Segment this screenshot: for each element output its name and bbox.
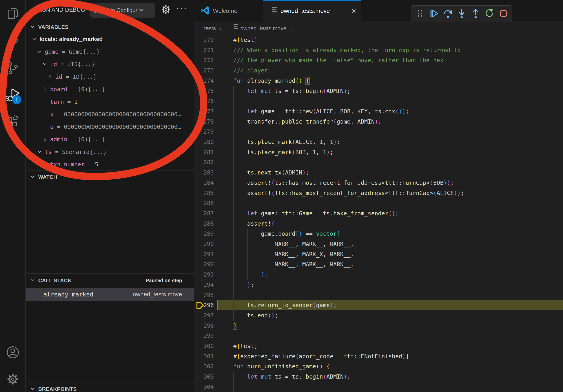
line-number[interactable]: 286 [194, 198, 217, 208]
call-stack-section-header[interactable]: CALL STACK Paused on step [26, 275, 194, 286]
variable-row-x[interactable]: x = 000000000000000000000000000000000000… [26, 108, 194, 121]
variable-row-id[interactable]: id = ID{...} [26, 70, 194, 83]
activity-bar-item-search[interactable] [0, 30, 26, 52]
code-line-286[interactable]: 286 [194, 198, 563, 208]
variable-row-board[interactable]: board = (9)[...] [26, 83, 194, 95]
code-line-297[interactable]: 297 ts.end(); [194, 310, 563, 321]
code-line-294[interactable]: 294 ); [194, 280, 563, 290]
restart-button[interactable] [484, 9, 495, 19]
line-number[interactable]: 294 [194, 280, 217, 290]
code-line-295[interactable]: 295 [194, 290, 563, 300]
code-line-277[interactable]: 277 let game = ttt::new(ALICE, BOB, KEY,… [194, 106, 563, 117]
call-stack-frame[interactable]: already_marked owned_tests.move [26, 288, 194, 301]
code-line-272[interactable]: 272/// the player who made the "false" m… [194, 55, 563, 65]
line-number[interactable]: 289 [194, 229, 217, 239]
code-line-278[interactable]: 278 transfer::public_transfer(game, ADMI… [194, 117, 563, 127]
code-line-304[interactable]: 304 [194, 382, 563, 392]
variable-row-ts[interactable]: ts = Scenario{...} [26, 146, 194, 158]
step-over-button[interactable] [442, 9, 453, 19]
step-into-button[interactable] [456, 9, 467, 19]
line-number[interactable]: 285 [194, 188, 217, 198]
activity-bar-item-source-control[interactable] [0, 57, 26, 79]
breadcrumb-item-symbol[interactable]: … [295, 25, 301, 32]
start-debug-icon[interactable] [93, 6, 101, 15]
chevron-down-icon[interactable] [42, 58, 47, 70]
line-number[interactable]: 295 [194, 290, 217, 300]
variable-row-scope[interactable]: locals: already_marked [26, 33, 194, 45]
code-line-273[interactable]: 273/// player. [194, 65, 563, 76]
breakpoints-section-header[interactable]: BREAKPOINTS [26, 383, 194, 392]
chevron-down-icon[interactable] [37, 146, 42, 158]
variable-row-admin[interactable]: admin = (0)[...] [26, 133, 194, 146]
code-line-299[interactable]: 299 [194, 331, 563, 341]
chevron-down-icon[interactable] [32, 33, 37, 45]
line-number[interactable]: 290 [194, 239, 217, 249]
code-line-302[interactable]: 302fun burn_unfinished_game() { [194, 361, 563, 371]
code-line-284[interactable]: 284 assert!(ts::has_most_recent_for_addr… [194, 178, 563, 188]
line-number[interactable]: 287 [194, 208, 217, 219]
line-number[interactable]: 283 [194, 167, 217, 178]
activity-bar-item-run-and-debug[interactable]: 1 [0, 84, 26, 106]
line-number[interactable]: 304 [194, 382, 217, 392]
chevron-right-icon[interactable] [42, 133, 47, 146]
line-number[interactable]: 279 [194, 127, 217, 137]
code-line-298[interactable]: 298} [194, 321, 563, 331]
step-out-button[interactable] [470, 9, 481, 19]
variable-row-o[interactable]: o = 000000000000000000000000000000000000… [26, 121, 194, 133]
code-line-279[interactable]: 279 [194, 127, 563, 137]
line-number[interactable]: 284 [194, 178, 217, 188]
line-number[interactable]: 291 [194, 249, 217, 259]
debug-config-dropdown[interactable]: No Configur [90, 3, 155, 18]
close-icon[interactable]: × [352, 7, 356, 15]
code-line-270[interactable]: 270#[test] [194, 35, 563, 45]
debug-settings-gear-icon[interactable] [161, 4, 171, 15]
stop-button[interactable] [498, 9, 509, 19]
line-number[interactable]: 293 [194, 269, 217, 280]
variable-row-turn[interactable]: turn = 1 [26, 95, 194, 108]
activity-bar-item-settings[interactable] [0, 369, 26, 391]
code-line-280[interactable]: 280 ts.place_mark(ALICE, 1, 1); [194, 137, 563, 147]
line-number[interactable]: 280 [194, 137, 217, 147]
code-line-303[interactable]: 303 let mut ts = ts::begin(ADMIN); [194, 371, 563, 382]
line-number[interactable]: 302 [194, 361, 217, 371]
tab-owned-tests-move[interactable]: owned_tests.move× [263, 0, 361, 22]
line-number[interactable]: 300 [194, 341, 217, 351]
line-number[interactable]: 297 [194, 310, 217, 321]
line-number[interactable]: 292 [194, 259, 217, 269]
code-line-283[interactable]: 283 ts.next_tx(ADMIN); [194, 167, 563, 178]
line-number[interactable]: 281 [194, 147, 217, 157]
more-actions-icon[interactable]: ··· [176, 3, 187, 13]
code-line-296[interactable]: 296 ts.return_to_sender(game); [194, 300, 563, 310]
line-number[interactable]: 301 [194, 351, 217, 361]
breadcrumb-item-folder[interactable]: tests [204, 25, 216, 32]
code-line-290[interactable]: 290 MARK__, MARK__, MARK__, [194, 239, 563, 249]
line-number[interactable]: 276 [194, 96, 217, 106]
code-line-274[interactable]: 274fun already_marked() { [194, 76, 563, 86]
line-number[interactable]: 275 [194, 86, 217, 96]
code-line-300[interactable]: 300#[test] [194, 341, 563, 351]
line-number[interactable]: 273 [194, 65, 217, 76]
code-editor[interactable]: 270#[test]271/// When a position is alre… [194, 35, 563, 392]
code-line-275[interactable]: 275 let mut ts = ts::begin(ADMIN); [194, 86, 563, 96]
watch-section-header[interactable]: WATCH [26, 171, 194, 183]
code-line-282[interactable]: 282 [194, 157, 563, 167]
breadcrumb-item-file[interactable]: owned_tests.move [240, 25, 286, 32]
line-number[interactable]: 278 [194, 117, 217, 127]
code-line-288[interactable]: 288 assert!( [194, 219, 563, 229]
variables-section-header[interactable]: VARIABLES [26, 21, 194, 33]
line-number[interactable]: 296 [194, 300, 217, 310]
activity-bar-item-explorer[interactable] [0, 3, 26, 25]
line-number[interactable]: 288 [194, 219, 217, 229]
line-number[interactable]: 274 [194, 76, 217, 86]
variable-row-txn_number[interactable]: txn_number = 5 [26, 158, 194, 171]
continue-button[interactable] [428, 9, 439, 19]
activity-bar-item-extensions[interactable] [0, 112, 26, 133]
line-number[interactable]: 299 [194, 331, 217, 341]
line-number[interactable]: 282 [194, 157, 217, 167]
code-line-287[interactable]: 287 let game: ttt::Game = ts.take_from_s… [194, 208, 563, 219]
line-number[interactable]: 277 [194, 106, 217, 117]
code-line-301[interactable]: 301#[expected_failure(abort_code = ttt::… [194, 351, 563, 361]
code-line-293[interactable]: 293 ], [194, 269, 563, 280]
activity-bar-item-account[interactable] [0, 342, 26, 364]
variable-row-game[interactable]: game = Game{...} [26, 45, 194, 58]
